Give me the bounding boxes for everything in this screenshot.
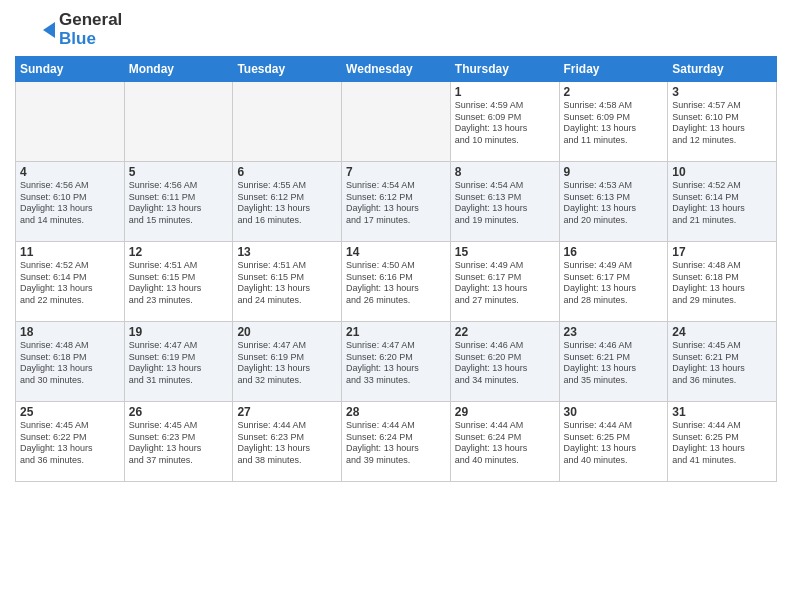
- day-number: 10: [672, 165, 772, 179]
- day-info: Sunrise: 4:47 AM Sunset: 6:20 PM Dayligh…: [346, 340, 446, 387]
- day-info: Sunrise: 4:58 AM Sunset: 6:09 PM Dayligh…: [564, 100, 664, 147]
- day-info: Sunrise: 4:54 AM Sunset: 6:12 PM Dayligh…: [346, 180, 446, 227]
- day-info: Sunrise: 4:45 AM Sunset: 6:21 PM Dayligh…: [672, 340, 772, 387]
- calendar-cell: 6Sunrise: 4:55 AM Sunset: 6:12 PM Daylig…: [233, 162, 342, 242]
- calendar-cell: [16, 82, 125, 162]
- day-info: Sunrise: 4:55 AM Sunset: 6:12 PM Dayligh…: [237, 180, 337, 227]
- page: GeneralBlue SundayMondayTuesdayWednesday…: [0, 0, 792, 612]
- calendar-cell: 14Sunrise: 4:50 AM Sunset: 6:16 PM Dayli…: [342, 242, 451, 322]
- calendar-cell: 31Sunrise: 4:44 AM Sunset: 6:25 PM Dayli…: [668, 402, 777, 482]
- calendar-cell: [233, 82, 342, 162]
- calendar-cell: 30Sunrise: 4:44 AM Sunset: 6:25 PM Dayli…: [559, 402, 668, 482]
- day-info: Sunrise: 4:51 AM Sunset: 6:15 PM Dayligh…: [129, 260, 229, 307]
- day-info: Sunrise: 4:44 AM Sunset: 6:23 PM Dayligh…: [237, 420, 337, 467]
- day-number: 25: [20, 405, 120, 419]
- calendar-header-sunday: Sunday: [16, 57, 125, 82]
- calendar-cell: 29Sunrise: 4:44 AM Sunset: 6:24 PM Dayli…: [450, 402, 559, 482]
- calendar-cell: 25Sunrise: 4:45 AM Sunset: 6:22 PM Dayli…: [16, 402, 125, 482]
- day-number: 21: [346, 325, 446, 339]
- day-info: Sunrise: 4:45 AM Sunset: 6:22 PM Dayligh…: [20, 420, 120, 467]
- day-number: 6: [237, 165, 337, 179]
- day-info: Sunrise: 4:47 AM Sunset: 6:19 PM Dayligh…: [237, 340, 337, 387]
- day-number: 24: [672, 325, 772, 339]
- calendar-cell: 28Sunrise: 4:44 AM Sunset: 6:24 PM Dayli…: [342, 402, 451, 482]
- day-info: Sunrise: 4:56 AM Sunset: 6:11 PM Dayligh…: [129, 180, 229, 227]
- day-number: 5: [129, 165, 229, 179]
- calendar-cell: 12Sunrise: 4:51 AM Sunset: 6:15 PM Dayli…: [124, 242, 233, 322]
- day-info: Sunrise: 4:53 AM Sunset: 6:13 PM Dayligh…: [564, 180, 664, 227]
- day-info: Sunrise: 4:59 AM Sunset: 6:09 PM Dayligh…: [455, 100, 555, 147]
- logo: GeneralBlue: [15, 10, 122, 50]
- calendar-cell: [342, 82, 451, 162]
- day-info: Sunrise: 4:44 AM Sunset: 6:24 PM Dayligh…: [346, 420, 446, 467]
- calendar-cell: 17Sunrise: 4:48 AM Sunset: 6:18 PM Dayli…: [668, 242, 777, 322]
- day-number: 31: [672, 405, 772, 419]
- day-number: 2: [564, 85, 664, 99]
- logo-text-block: GeneralBlue: [59, 11, 122, 48]
- calendar-week-row: 25Sunrise: 4:45 AM Sunset: 6:22 PM Dayli…: [16, 402, 777, 482]
- day-number: 27: [237, 405, 337, 419]
- day-info: Sunrise: 4:48 AM Sunset: 6:18 PM Dayligh…: [672, 260, 772, 307]
- calendar-cell: 2Sunrise: 4:58 AM Sunset: 6:09 PM Daylig…: [559, 82, 668, 162]
- day-info: Sunrise: 4:56 AM Sunset: 6:10 PM Dayligh…: [20, 180, 120, 227]
- day-number: 14: [346, 245, 446, 259]
- calendar-cell: 23Sunrise: 4:46 AM Sunset: 6:21 PM Dayli…: [559, 322, 668, 402]
- calendar-cell: 1Sunrise: 4:59 AM Sunset: 6:09 PM Daylig…: [450, 82, 559, 162]
- day-number: 30: [564, 405, 664, 419]
- day-info: Sunrise: 4:52 AM Sunset: 6:14 PM Dayligh…: [672, 180, 772, 227]
- day-info: Sunrise: 4:48 AM Sunset: 6:18 PM Dayligh…: [20, 340, 120, 387]
- calendar-header-monday: Monday: [124, 57, 233, 82]
- day-number: 23: [564, 325, 664, 339]
- day-number: 26: [129, 405, 229, 419]
- calendar-cell: 5Sunrise: 4:56 AM Sunset: 6:11 PM Daylig…: [124, 162, 233, 242]
- header: GeneralBlue: [15, 10, 777, 50]
- calendar-cell: 13Sunrise: 4:51 AM Sunset: 6:15 PM Dayli…: [233, 242, 342, 322]
- day-number: 4: [20, 165, 120, 179]
- calendar-week-row: 4Sunrise: 4:56 AM Sunset: 6:10 PM Daylig…: [16, 162, 777, 242]
- calendar-table: SundayMondayTuesdayWednesdayThursdayFrid…: [15, 56, 777, 482]
- calendar-cell: 7Sunrise: 4:54 AM Sunset: 6:12 PM Daylig…: [342, 162, 451, 242]
- calendar-header-thursday: Thursday: [450, 57, 559, 82]
- calendar-cell: 15Sunrise: 4:49 AM Sunset: 6:17 PM Dayli…: [450, 242, 559, 322]
- day-number: 11: [20, 245, 120, 259]
- day-number: 29: [455, 405, 555, 419]
- day-number: 1: [455, 85, 555, 99]
- calendar-header-wednesday: Wednesday: [342, 57, 451, 82]
- calendar-cell: 9Sunrise: 4:53 AM Sunset: 6:13 PM Daylig…: [559, 162, 668, 242]
- logo-icon: [15, 10, 55, 50]
- day-info: Sunrise: 4:44 AM Sunset: 6:25 PM Dayligh…: [672, 420, 772, 467]
- day-number: 28: [346, 405, 446, 419]
- day-number: 7: [346, 165, 446, 179]
- calendar-week-row: 11Sunrise: 4:52 AM Sunset: 6:14 PM Dayli…: [16, 242, 777, 322]
- calendar-cell: 22Sunrise: 4:46 AM Sunset: 6:20 PM Dayli…: [450, 322, 559, 402]
- day-info: Sunrise: 4:47 AM Sunset: 6:19 PM Dayligh…: [129, 340, 229, 387]
- calendar-week-row: 1Sunrise: 4:59 AM Sunset: 6:09 PM Daylig…: [16, 82, 777, 162]
- calendar-header-saturday: Saturday: [668, 57, 777, 82]
- day-info: Sunrise: 4:45 AM Sunset: 6:23 PM Dayligh…: [129, 420, 229, 467]
- day-number: 13: [237, 245, 337, 259]
- logo-blue: Blue: [59, 29, 96, 48]
- day-number: 19: [129, 325, 229, 339]
- calendar-cell: 8Sunrise: 4:54 AM Sunset: 6:13 PM Daylig…: [450, 162, 559, 242]
- day-number: 20: [237, 325, 337, 339]
- day-info: Sunrise: 4:44 AM Sunset: 6:24 PM Dayligh…: [455, 420, 555, 467]
- calendar-cell: 10Sunrise: 4:52 AM Sunset: 6:14 PM Dayli…: [668, 162, 777, 242]
- calendar-cell: 20Sunrise: 4:47 AM Sunset: 6:19 PM Dayli…: [233, 322, 342, 402]
- day-info: Sunrise: 4:52 AM Sunset: 6:14 PM Dayligh…: [20, 260, 120, 307]
- day-info: Sunrise: 4:49 AM Sunset: 6:17 PM Dayligh…: [564, 260, 664, 307]
- day-info: Sunrise: 4:49 AM Sunset: 6:17 PM Dayligh…: [455, 260, 555, 307]
- day-info: Sunrise: 4:44 AM Sunset: 6:25 PM Dayligh…: [564, 420, 664, 467]
- calendar-cell: 16Sunrise: 4:49 AM Sunset: 6:17 PM Dayli…: [559, 242, 668, 322]
- day-info: Sunrise: 4:51 AM Sunset: 6:15 PM Dayligh…: [237, 260, 337, 307]
- day-info: Sunrise: 4:50 AM Sunset: 6:16 PM Dayligh…: [346, 260, 446, 307]
- day-number: 9: [564, 165, 664, 179]
- calendar-week-row: 18Sunrise: 4:48 AM Sunset: 6:18 PM Dayli…: [16, 322, 777, 402]
- day-info: Sunrise: 4:54 AM Sunset: 6:13 PM Dayligh…: [455, 180, 555, 227]
- calendar-cell: [124, 82, 233, 162]
- calendar-header-friday: Friday: [559, 57, 668, 82]
- day-number: 3: [672, 85, 772, 99]
- day-info: Sunrise: 4:57 AM Sunset: 6:10 PM Dayligh…: [672, 100, 772, 147]
- calendar-header-row: SundayMondayTuesdayWednesdayThursdayFrid…: [16, 57, 777, 82]
- calendar-cell: 21Sunrise: 4:47 AM Sunset: 6:20 PM Dayli…: [342, 322, 451, 402]
- calendar-cell: 24Sunrise: 4:45 AM Sunset: 6:21 PM Dayli…: [668, 322, 777, 402]
